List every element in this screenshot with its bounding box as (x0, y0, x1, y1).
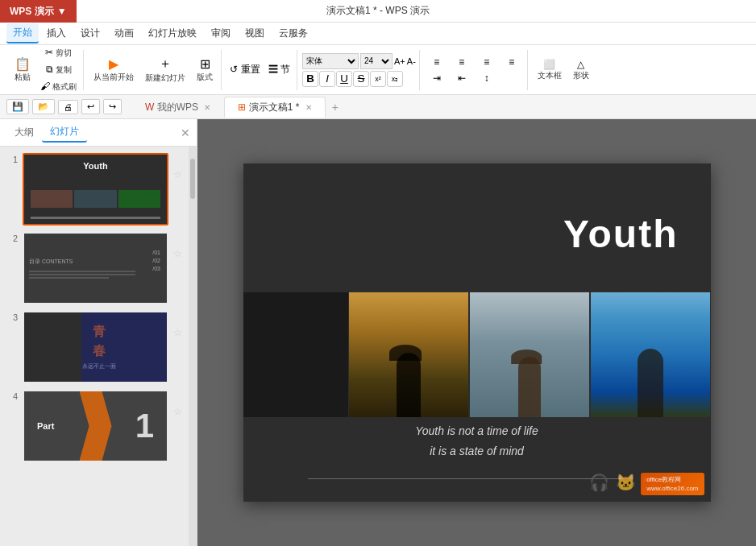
copy-icon: ⧉ 复制 (46, 64, 72, 76)
font-family-select[interactable]: 宋体 (302, 53, 359, 69)
paste-icon: 📋 (15, 56, 31, 72)
slide-1-progress-bar (31, 217, 160, 219)
menu-item-start[interactable]: 开始 (6, 23, 39, 43)
open-button[interactable]: 📂 (32, 99, 55, 114)
align-right-button[interactable]: ≡ (475, 55, 499, 69)
menu-item-view[interactable]: 视图 (239, 24, 271, 43)
tab-mywps[interactable]: W 我的WPS ✕ (131, 97, 224, 118)
textbox-icon: ⬜ (543, 59, 555, 70)
slide-star-4: ☆ (173, 406, 182, 417)
menu-item-slideshow[interactable]: 幻灯片放映 (142, 24, 203, 43)
outdent-button[interactable]: ⇤ (450, 71, 474, 85)
slide-main-title: Youth (563, 212, 678, 256)
panel-tab-bar: 大纲 幻灯片 ✕ (0, 119, 197, 147)
strikethrough-button[interactable]: S (353, 71, 369, 87)
menu-item-insert[interactable]: 插入 (40, 24, 73, 43)
format-paint-button[interactable]: 🖌 格式刷 (37, 79, 80, 94)
tab-close-mywps[interactable]: ✕ (204, 103, 210, 112)
slide-thumb-2[interactable]: 目录 CONTENTS /01 /02 /03 (23, 232, 168, 304)
align-left-button[interactable]: ≡ (425, 55, 449, 69)
photo-item-1 (349, 292, 468, 417)
font-size-select[interactable]: 24 (360, 53, 393, 69)
new-slide-button[interactable]: ＋ 新建幻灯片 (140, 54, 190, 85)
wps-logo-button[interactable]: WPS 演示 ▼ (0, 0, 77, 23)
slide-thumb-1[interactable]: Youth (23, 153, 168, 225)
slide-4-arrow (80, 391, 112, 461)
slide-area: Youth Youth is not a time of life it is … (197, 119, 756, 546)
textbox-button[interactable]: ⬜ 文本框 (533, 57, 567, 83)
toolbar-group-textbox: ⬜ 文本框 △ 形状 (530, 50, 597, 90)
slide-number-2: 2 (6, 232, 18, 243)
underline-button[interactable]: U (336, 71, 352, 87)
photo-item-3 (591, 292, 710, 417)
menu-item-cloud[interactable]: 云服务 (272, 24, 314, 43)
format-paint-icon: 🖌 格式刷 (40, 81, 77, 93)
slide-thumb-4[interactable]: Part 1 (23, 390, 168, 462)
panel-scrollbar[interactable] (189, 147, 197, 546)
tab-outline[interactable]: 大纲 (6, 123, 42, 142)
print-button[interactable]: 🖨 (58, 100, 78, 114)
document-tab-bar: W 我的WPS ✕ ⊞ 演示文稿1 * ✕ + (131, 97, 345, 118)
reset-icon: ↺ 重置 (230, 63, 260, 77)
slide-3-bg (81, 312, 167, 382)
thumb-img-1a (31, 190, 73, 208)
tab-presentation[interactable]: ⊞ 演示文稿1 * ✕ (224, 97, 325, 118)
menu-item-design[interactable]: 设计 (74, 24, 106, 43)
menu-item-review[interactable]: 审阅 (205, 24, 237, 43)
slide-number-1: 1 (6, 153, 18, 164)
title-bar: WPS 演示 ▼ 演示文稿1 * - WPS 演示 (0, 0, 756, 23)
left-panel: 大纲 幻灯片 ✕ 1 Youth (0, 119, 197, 546)
tab-add-button[interactable]: + (326, 97, 345, 117)
watermark: office教程网www.office26.com (641, 473, 704, 495)
indent-button[interactable]: ⇥ (425, 71, 449, 85)
section-button[interactable]: ☰ 节 (265, 61, 293, 78)
toolbar-group-paragraph: ≡ ≡ ≡ ≡ ⇥ ⇤ ↕ (422, 50, 528, 90)
tab-wps-icon: W (145, 101, 154, 113)
cut-icon: ✂ 剪切 (45, 47, 72, 59)
toolbar-group-paste: 📋 粘贴 ✂ 剪切 ⧉ 复制 🖌 格式刷 (6, 50, 84, 90)
superscript-button[interactable]: x² (370, 71, 386, 87)
slide-number-4: 4 (6, 390, 18, 401)
menu-bar: 开始 插入 设计 动画 幻灯片放映 审阅 视图 云服务 (0, 23, 756, 45)
slide-1-thumb-title: Youth (24, 161, 167, 171)
cat-icon: 🐱 (616, 473, 636, 492)
slide-star-3: ☆ (173, 327, 182, 338)
layout-button[interactable]: ⊞ 版式 (192, 55, 218, 85)
bold-button[interactable]: B (302, 71, 318, 87)
slide-item-2: 2 目录 CONTENTS /01 /02 (6, 232, 182, 304)
slide-item-4: 4 Part 1 ☆ (6, 390, 182, 462)
window-title: 演示文稿1 * - WPS 演示 (326, 4, 430, 18)
paste-button[interactable]: 📋 粘贴 (10, 55, 35, 85)
quote-line-1: Youth is not a time of life (243, 421, 711, 441)
undo-button[interactable]: ↩ (81, 99, 100, 114)
headphone-icon: 🎧 (589, 473, 609, 492)
reset-button[interactable]: ↺ 重置 (226, 61, 263, 78)
tab-close-presentation[interactable]: ✕ (305, 103, 312, 112)
justify-button[interactable]: ≡ (500, 55, 524, 69)
line-spacing-button[interactable]: ↕ (475, 71, 499, 85)
font-size-increase[interactable]: A+ (394, 56, 405, 66)
slideshow-start-button[interactable]: ▶ 从当前开始 (89, 55, 139, 85)
redo-button[interactable]: ↪ (103, 99, 122, 114)
subscript-button[interactable]: x₂ (387, 71, 403, 87)
slide-thumb-3[interactable]: 青 春 永远不止一面 (23, 311, 168, 383)
save-button[interactable]: 💾 (6, 99, 29, 114)
copy-button[interactable]: ⧉ 复制 (37, 62, 80, 77)
new-slide-icon: ＋ (159, 56, 172, 72)
cut-button[interactable]: ✂ 剪切 (37, 45, 80, 60)
menu-item-animate[interactable]: 动画 (108, 24, 140, 43)
panel-close-button[interactable]: ✕ (181, 126, 190, 139)
main-slide: Youth Youth is not a time of life it is … (243, 163, 711, 502)
thumb-img-1c (118, 190, 160, 208)
italic-button[interactable]: I (319, 71, 335, 87)
toolbar-group-slide: ▶ 从当前开始 ＋ 新建幻灯片 ⊞ 版式 (85, 50, 222, 90)
toolbar-group-font: 宋体 24 A+ A- B I U S x² x₂ (299, 50, 420, 90)
font-size-decrease[interactable]: A- (407, 56, 416, 66)
photo-item-2 (470, 292, 589, 417)
align-center-button[interactable]: ≡ (450, 55, 474, 69)
toolbar: 📋 粘贴 ✂ 剪切 ⧉ 复制 🖌 格式刷 ▶ 从当前开始 ＋ 新建幻灯片 ⊞ 版… (0, 45, 756, 95)
tab-ppt-icon: ⊞ (238, 101, 246, 113)
slide-2-lines (29, 271, 162, 279)
shape-button[interactable]: △ 形状 (568, 57, 594, 83)
tab-slides[interactable]: 幻灯片 (42, 122, 87, 143)
